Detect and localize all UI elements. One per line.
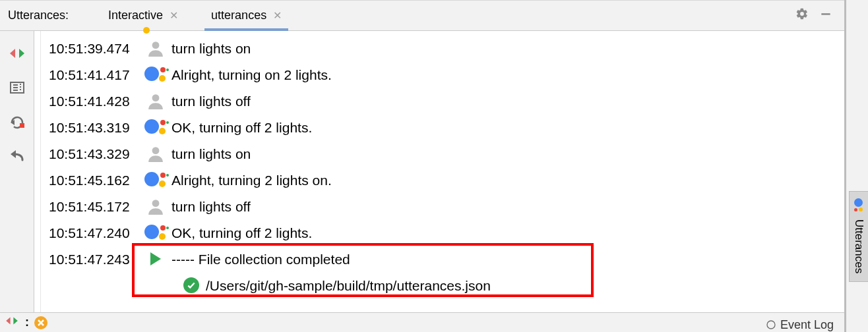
user-icon	[141, 92, 170, 109]
log-row: 10:51:43.329 turn lights on	[47, 140, 844, 167]
user-icon	[141, 145, 170, 162]
timestamp: 10:51:47.243	[47, 252, 141, 266]
tab-interactive[interactable]: Interactive ✕	[102, 1, 185, 30]
diff-icon-small[interactable]	[5, 316, 18, 329]
svg-marker-15	[6, 317, 10, 324]
check-icon	[183, 277, 199, 293]
log-row: 10:51:41.417 Alright, turning on 2 light…	[47, 61, 844, 88]
toggle-wrap-icon[interactable]	[8, 80, 26, 96]
timestamp: 10:51:43.319	[47, 121, 141, 134]
svg-point-19	[767, 321, 775, 329]
log-message: OK, turning off 2 lights.	[170, 121, 312, 134]
log-message: turn lights on	[170, 147, 251, 161]
close-icon[interactable]: ✕	[170, 9, 178, 22]
log-message: turn lights off	[170, 94, 251, 108]
restart-icon[interactable]	[8, 114, 26, 130]
log-message: Alright, turning 2 lights on.	[170, 173, 332, 187]
assistant-icon	[141, 117, 170, 137]
timestamp: 10:51:43.329	[47, 147, 141, 161]
log-row: 10:51:47.240 OK, turning off 2 lights.	[47, 219, 844, 246]
svg-rect-0	[821, 13, 830, 15]
svg-marker-1	[10, 49, 15, 58]
svg-marker-10	[11, 150, 16, 158]
assistant-icon	[141, 65, 170, 84]
log-message: turn lights on	[170, 42, 251, 55]
event-log-label: Event Log	[780, 318, 834, 332]
right-tool-rail: Utterances	[844, 0, 868, 332]
close-icon[interactable]: ✕	[273, 9, 282, 22]
status-separator: :	[22, 316, 30, 329]
user-icon	[141, 40, 170, 57]
tab-label: utterances	[211, 9, 266, 22]
log-row: /Users/git/gh-sample/build/tmp/utterance…	[47, 272, 844, 298]
rail-tab-utterances[interactable]: Utterances	[849, 191, 868, 282]
log-row: 10:51:41.428 turn lights off	[47, 88, 844, 114]
diff-icon[interactable]	[8, 45, 26, 61]
assistant-icon	[141, 223, 170, 242]
minimize-icon[interactable]	[814, 7, 838, 24]
tab-utterances[interactable]: utterances ✕	[204, 1, 288, 30]
log-message: ----- File collection completed	[170, 252, 350, 266]
svg-point-11	[152, 42, 160, 49]
tool-button-column	[0, 31, 34, 312]
play-icon	[141, 252, 170, 265]
timestamp: 10:51:39.474	[47, 42, 141, 55]
event-log-button[interactable]: Event Log	[760, 318, 839, 332]
gear-icon[interactable]	[790, 7, 814, 24]
log-row: 10:51:39.474 turn lights on	[47, 35, 844, 61]
log-message: Alright, turning on 2 lights.	[170, 68, 332, 82]
tab-label: Interactive	[108, 9, 163, 22]
log-row: 10:51:45.172 turn lights off	[47, 193, 844, 219]
log-message: turn lights off	[170, 200, 251, 213]
log-row: 10:51:45.162 Alright, turning 2 lights o…	[47, 167, 844, 193]
rail-tab-label: Utterances	[852, 219, 865, 273]
timestamp: 10:51:41.428	[47, 94, 141, 108]
partial-avatar-dot	[143, 27, 150, 34]
svg-marker-16	[13, 317, 17, 324]
file-path: /Users/git/gh-sample/build/tmp/utterance…	[206, 279, 491, 292]
svg-marker-2	[19, 49, 24, 58]
assistant-icon	[141, 170, 170, 190]
svg-point-14	[152, 200, 160, 207]
assistant-icon-small	[853, 198, 865, 214]
log-message: OK, turning off 2 lights.	[170, 226, 312, 240]
svg-point-13	[152, 147, 160, 154]
panel-title: Utterances:	[7, 9, 75, 22]
tool-window-tabbar: Utterances: Interactive ✕ utterances ✕	[0, 1, 844, 31]
timestamp: 10:51:47.240	[47, 226, 141, 240]
user-icon	[141, 198, 170, 215]
log-row: 10:51:43.319 OK, turning off 2 lights.	[47, 114, 844, 140]
status-bar: :	[0, 312, 844, 332]
log-output[interactable]: 10:51:39.474 turn lights on 10:51:41.417…	[34, 31, 844, 312]
svg-rect-9	[20, 123, 24, 128]
log-row: 10:51:47.243 ----- File collection compl…	[47, 246, 844, 272]
timestamp: 10:51:45.172	[47, 200, 141, 213]
undo-icon[interactable]	[8, 148, 26, 164]
timestamp: 10:51:45.162	[47, 173, 141, 187]
svg-point-12	[152, 94, 160, 101]
error-icon[interactable]	[34, 316, 47, 329]
timestamp: 10:51:41.417	[47, 68, 141, 82]
